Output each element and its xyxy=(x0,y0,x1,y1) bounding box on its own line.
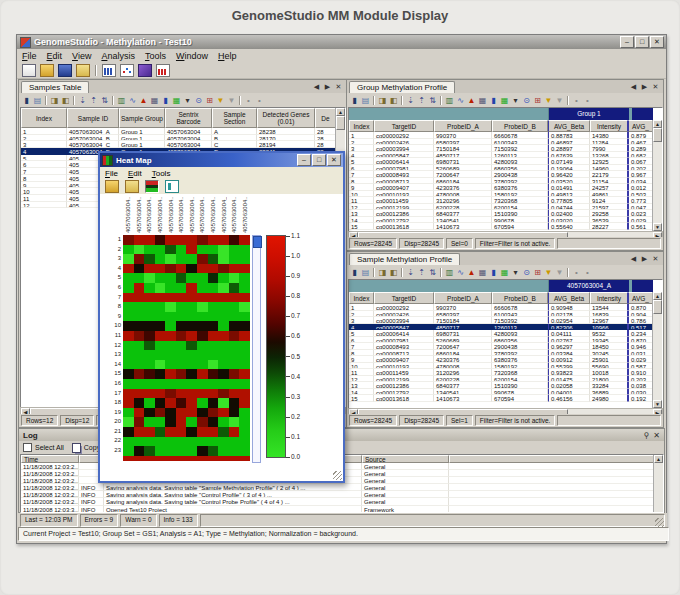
heatmap-cell[interactable] xyxy=(239,456,250,461)
sort-multi-icon[interactable]: ⇅ xyxy=(100,95,110,106)
heatmap-cell[interactable] xyxy=(123,427,134,437)
heatmap-cell[interactable] xyxy=(229,417,240,427)
heatmap-cell[interactable] xyxy=(155,235,166,245)
heatmap-cell[interactable] xyxy=(144,446,155,456)
heatmap-cell[interactable] xyxy=(197,341,208,351)
heatmap-cell[interactable] xyxy=(134,293,145,303)
heatmap-cell[interactable] xyxy=(186,389,197,399)
heatmap-cell[interactable] xyxy=(239,302,250,312)
heatmap-cell[interactable] xyxy=(197,283,208,293)
scroll-thumb[interactable] xyxy=(336,116,345,130)
heatmap-cell[interactable] xyxy=(155,302,166,312)
heatmap-cell[interactable] xyxy=(123,283,134,293)
table-row[interactable]: 15cg0001361814106736705940.55640282270.5… xyxy=(349,223,653,230)
heatmap-cell[interactable] xyxy=(155,321,166,331)
heatmap-cell[interactable] xyxy=(165,408,176,418)
heatmap-cell[interactable] xyxy=(239,264,250,274)
heatmap-cell[interactable] xyxy=(208,331,219,341)
histogram-icon[interactable]: ▲ xyxy=(139,95,149,106)
heatmap-cell[interactable] xyxy=(165,379,176,389)
heatmap-cell[interactable] xyxy=(229,389,240,399)
sort-descending-icon[interactable]: ⇡ xyxy=(417,267,427,278)
heatmap-cell[interactable] xyxy=(134,389,145,399)
heatmap-cell[interactable] xyxy=(144,264,155,274)
tab-scroll-right-icon[interactable] xyxy=(640,255,649,263)
heatmap-cell[interactable] xyxy=(123,321,134,331)
heatmap-cell[interactable] xyxy=(165,312,176,322)
heatmap-cell[interactable] xyxy=(197,312,208,322)
heatmap-cell[interactable] xyxy=(186,427,197,437)
heatmap-cell[interactable] xyxy=(229,293,240,303)
heatmap-cell[interactable] xyxy=(123,360,134,370)
heatmap-cell[interactable] xyxy=(239,379,250,389)
heatmap-cell[interactable] xyxy=(218,427,229,437)
new-column-icon[interactable]: ▮ xyxy=(350,95,360,106)
heatmap-cell[interactable] xyxy=(134,398,145,408)
heatmap-cell[interactable] xyxy=(229,331,240,341)
heatmap-cell[interactable] xyxy=(144,389,155,399)
heatmap-cell[interactable] xyxy=(197,273,208,283)
heatmap-cell[interactable] xyxy=(144,312,155,322)
menu-view[interactable]: View xyxy=(67,51,96,61)
scroll-down-icon[interactable] xyxy=(653,400,662,408)
heatmap-cell[interactable] xyxy=(144,283,155,293)
heatmap-cell[interactable] xyxy=(155,254,166,264)
heatmap-cell[interactable] xyxy=(186,446,197,456)
menu-window[interactable]: Window xyxy=(171,51,213,61)
heatmap-cell[interactable] xyxy=(208,398,219,408)
heatmap-cell[interactable] xyxy=(218,264,229,274)
heatmap-cell[interactable] xyxy=(229,427,240,437)
heatmap-cell[interactable] xyxy=(123,302,134,312)
heatmap-cell[interactable] xyxy=(123,254,134,264)
heatmap-cell[interactable] xyxy=(229,321,240,331)
column-header[interactable]: ProbeID_A xyxy=(434,292,492,304)
column-header[interactable]: Time xyxy=(21,455,79,463)
heatmap-cell[interactable] xyxy=(197,369,208,379)
add-table-icon[interactable]: ⊞ xyxy=(205,95,215,106)
heatmap-cell[interactable] xyxy=(123,369,134,379)
select-all-button[interactable]: Select All xyxy=(23,443,64,452)
heatmap-cell[interactable] xyxy=(123,264,134,274)
image-plot-icon[interactable]: ▥ xyxy=(117,95,127,106)
heatmap-cell[interactable] xyxy=(176,437,187,447)
tab-close-icon[interactable]: ✕ xyxy=(334,83,343,91)
heatmap-cell[interactable] xyxy=(239,398,250,408)
column-header[interactable]: Source xyxy=(362,455,449,463)
heatmap-cell[interactable] xyxy=(197,302,208,312)
heatmap-cell[interactable] xyxy=(197,398,208,408)
heatmap-cell[interactable] xyxy=(208,408,219,418)
sort-multi-icon[interactable]: ⇅ xyxy=(428,267,438,278)
scatter-plot-icon[interactable] xyxy=(120,64,134,77)
heatmap-cell[interactable] xyxy=(186,302,197,312)
unpin-column-icon[interactable]: • xyxy=(583,267,593,278)
heatmap-cell[interactable] xyxy=(165,283,176,293)
heatmap-cell[interactable] xyxy=(165,350,176,360)
restore-button[interactable] xyxy=(635,36,649,48)
heatmap-cell[interactable] xyxy=(123,437,134,447)
pin-icon[interactable]: ⚲ xyxy=(643,431,649,440)
open-icon[interactable] xyxy=(105,180,119,193)
table-row[interactable]: 11/18/2008 12:03:2...INFOSaving analysis… xyxy=(21,498,654,505)
new-document-icon[interactable] xyxy=(22,64,36,77)
heatmap-cell[interactable] xyxy=(155,360,166,370)
heatmap-cell[interactable] xyxy=(155,369,166,379)
heatmap-cell[interactable] xyxy=(197,350,208,360)
heatmap-cell[interactable] xyxy=(208,264,219,274)
heatmap-cell[interactable] xyxy=(218,321,229,331)
heatmap-cell[interactable] xyxy=(218,293,229,303)
heatmap-cell[interactable] xyxy=(176,369,187,379)
import-columns-icon[interactable]: ◨ xyxy=(378,267,388,278)
menu-tools[interactable]: Tools xyxy=(147,169,176,178)
heatmap-cell[interactable] xyxy=(239,312,250,322)
heatmap-cell[interactable] xyxy=(176,293,187,303)
scroll-up-icon[interactable] xyxy=(336,108,345,116)
menu-tools[interactable]: Tools xyxy=(140,51,171,61)
heatmap-cell[interactable] xyxy=(186,369,197,379)
heatmap-cell[interactable] xyxy=(229,273,240,283)
heatmap-cell[interactable] xyxy=(134,369,145,379)
heatmap-cell[interactable] xyxy=(229,341,240,351)
heatmap-cell[interactable] xyxy=(197,446,208,456)
heatmap-cell[interactable] xyxy=(155,273,166,283)
heatmap-cell[interactable] xyxy=(134,446,145,456)
column-header[interactable]: Intensity xyxy=(590,292,628,304)
